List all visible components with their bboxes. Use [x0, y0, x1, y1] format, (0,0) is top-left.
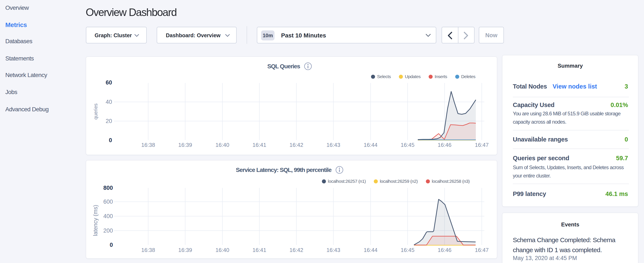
- svg-text:16:46: 16:46: [438, 142, 451, 148]
- svg-text:16:44: 16:44: [364, 142, 378, 148]
- svg-text:20: 20: [106, 118, 112, 124]
- svg-text:16:39: 16:39: [178, 247, 192, 253]
- svg-text:0: 0: [110, 242, 113, 248]
- svg-text:16:41: 16:41: [252, 142, 266, 148]
- svg-text:16:47: 16:47: [475, 247, 488, 253]
- svg-text:16:38: 16:38: [141, 142, 155, 148]
- svg-text:latency (ms): latency (ms): [92, 205, 99, 236]
- svg-text:16:39: 16:39: [178, 142, 192, 148]
- svg-text:40: 40: [106, 99, 112, 105]
- svg-text:16:42: 16:42: [289, 247, 303, 253]
- svg-text:800: 800: [103, 185, 113, 191]
- svg-text:16:45: 16:45: [400, 142, 414, 148]
- svg-text:0: 0: [109, 137, 112, 143]
- svg-text:16:46: 16:46: [438, 247, 451, 253]
- svg-text:16:41: 16:41: [252, 247, 266, 253]
- svg-text:60: 60: [106, 79, 112, 86]
- svg-text:16:47: 16:47: [475, 142, 488, 148]
- svg-text:16:40: 16:40: [216, 247, 229, 253]
- svg-text:16:38: 16:38: [141, 247, 155, 253]
- svg-text:400: 400: [103, 213, 113, 219]
- svg-text:600: 600: [103, 198, 113, 205]
- svg-text:16:42: 16:42: [289, 142, 303, 148]
- svg-text:16:44: 16:44: [364, 247, 378, 253]
- svg-text:16:43: 16:43: [326, 142, 340, 148]
- svg-text:16:45: 16:45: [400, 247, 414, 253]
- svg-text:16:40: 16:40: [216, 142, 229, 148]
- svg-text:200: 200: [103, 227, 113, 234]
- svg-text:queries: queries: [93, 103, 98, 119]
- svg-text:16:43: 16:43: [326, 247, 340, 253]
